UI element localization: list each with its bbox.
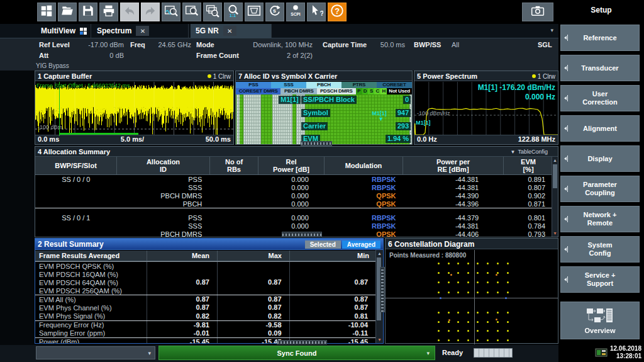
- tab-close-icon[interactable]: ✕: [136, 26, 149, 36]
- result-label-cell: Frequency Error (Hz): [35, 321, 147, 329]
- power-trace-legend[interactable]: 1 Clrw: [532, 73, 555, 80]
- softkey-parameter-coupling[interactable]: Parameter Coupling: [560, 176, 640, 202]
- allocation-summary-panel[interactable]: 4 Allocation Summary ▼TableConfig BWP/SF…: [35, 146, 558, 237]
- datetime-display[interactable]: 12.06.2018 13:28:01: [595, 345, 641, 360]
- tab-overflow-caret[interactable]: ▾: [550, 27, 553, 33]
- zoom-trace-button[interactable]: [162, 3, 180, 21]
- softkey-user-correction[interactable]: User Correction: [560, 85, 640, 111]
- column-header[interactable]: EVM [%]: [504, 157, 553, 174]
- capture-time-value[interactable]: 50.0 ms: [372, 41, 405, 48]
- svg-text:SCPI: SCPI: [291, 12, 301, 16]
- column-header[interactable]: Frame Results Averaged: [35, 251, 147, 261]
- scroll-up-icon[interactable]: ▲: [552, 157, 558, 163]
- constellation-point: [487, 281, 489, 283]
- allocation-summary-scrollbar[interactable]: ▲ ▼: [552, 157, 558, 237]
- column-header[interactable]: Modulation: [325, 157, 403, 174]
- allocation-table-row[interactable]: PBCH DMRS0.000QPSK-44.3900.902: [35, 191, 552, 200]
- allocation-table-row[interactable]: SS / 0 / 1PSS0.000RBPSK-44.3790.801: [35, 213, 552, 222]
- result-summary-panel[interactable]: 2 Result Summary Selected Averaged Frame…: [35, 238, 384, 344]
- multi-window-zoom-button[interactable]: [203, 3, 222, 21]
- pane-splitter-grip[interactable]: [282, 232, 322, 237]
- pane-splitter-grip[interactable]: [380, 267, 385, 312]
- view-tab-selected[interactable]: Selected: [305, 240, 341, 249]
- help-button[interactable]: ?: [328, 3, 347, 21]
- table-config-button[interactable]: ▼TableConfig: [511, 149, 548, 155]
- tab-close-icon[interactable]: ✕: [223, 26, 236, 36]
- allocation-table-row[interactable]: PBCH0.000QPSK-44.3960.871: [35, 200, 552, 208]
- marker-name: M1[1]: [279, 96, 301, 104]
- result-table-row[interactable]: EVM PDSCH 16QAM (%): [35, 270, 375, 278]
- bwp-ss-value[interactable]: All: [452, 41, 459, 48]
- column-header[interactable]: BWP/SF/Slot: [35, 157, 117, 174]
- zoom-window-button[interactable]: [182, 3, 201, 21]
- power-marker-label[interactable]: M1[1]: [416, 120, 431, 126]
- scroll-down-icon[interactable]: ▼: [552, 230, 558, 236]
- pane-splitter-grip[interactable]: [301, 141, 332, 146]
- frame-count-value[interactable]: 2 of 2(2): [250, 52, 313, 59]
- open-file-button[interactable]: [58, 3, 77, 21]
- allocation-table-row[interactable]: SS / 0 / 0PSS0.000RBPSK-44.3810.891: [35, 175, 552, 183]
- constellation-point: [497, 339, 499, 341]
- softkey-network-remote[interactable]: Network + Remote: [560, 206, 640, 232]
- capture-buffer-panel[interactable]: 1 Capture Buffer 1 Clrw Frame Start Offs…: [35, 71, 234, 145]
- column-header[interactable]: Power per RE [dBm]: [403, 157, 504, 174]
- constellation-plot[interactable]: Points Measured : 880800: [386, 250, 558, 343]
- result-table-row[interactable]: EVM PDSCH QPSK (%): [35, 262, 375, 270]
- result-table-row[interactable]: Frequency Error (Hz)-9.81-9.58-10.04: [35, 321, 375, 329]
- result-table-row[interactable]: EVM Phys Channel (%)0.870.870.87: [35, 303, 375, 312]
- column-header[interactable]: No of RBs: [210, 157, 258, 174]
- power-spectrum-panel[interactable]: 5 Power Spectrum 1 Clrw M1[1] -176.20 dB…: [414, 71, 558, 145]
- result-table-row[interactable]: EVM Phys Signal (%)0.820.820.81: [35, 312, 375, 320]
- capture-buffer-plot[interactable]: [35, 82, 233, 136]
- context-help-button[interactable]: ?: [307, 3, 326, 21]
- softkey-alignment[interactable]: Alignment: [560, 115, 640, 142]
- mode-value[interactable]: Downlink, 100 MHz: [225, 41, 313, 48]
- softkey-system-config[interactable]: System Config: [560, 236, 640, 263]
- tab-multiview[interactable]: MultiView: [36, 24, 91, 38]
- column-header[interactable]: Min: [290, 251, 377, 261]
- sweep-restart-button[interactable]: s: [265, 3, 284, 21]
- zoom-1-1-button[interactable]: 1:1: [224, 3, 243, 21]
- tab-spectrum[interactable]: Spectrum✕: [92, 24, 189, 38]
- column-header[interactable]: Max: [218, 251, 290, 261]
- freq-value[interactable]: 24.65 GHz: [150, 41, 191, 48]
- scrollbar-thumb[interactable]: [553, 164, 557, 188]
- result-table-row[interactable]: EVM PDSCH 64QAM (%)0.870.870.87: [35, 278, 375, 286]
- overview-button[interactable]: Overview: [560, 302, 640, 339]
- column-header[interactable]: Rel Power [dB]: [258, 157, 325, 174]
- softkey-transducer[interactable]: Transducer: [560, 55, 640, 81]
- print-button[interactable]: [99, 3, 118, 21]
- allocation-summary-title: 4 Allocation Summary: [38, 148, 110, 156]
- measurement-header-bar: Ref Level -17.00 dBm Freq 24.65 GHz Mode…: [0, 38, 558, 71]
- constellation-panel[interactable]: 6 Constellation Diagram Points Measured …: [385, 238, 558, 344]
- column-header[interactable]: Allocation ID: [117, 157, 210, 174]
- result-table-row[interactable]: EVM All (%)0.870.870.87: [35, 295, 375, 303]
- ref-level-label: Ref Level: [39, 41, 70, 48]
- view-tab-averaged[interactable]: Averaged: [342, 240, 380, 249]
- result-table-row[interactable]: Sampling Error (ppm)-0.010.09-0.11: [35, 329, 375, 337]
- constellation-point: [497, 281, 499, 283]
- save-file-button[interactable]: [79, 3, 97, 21]
- windows-logo-button[interactable]: [37, 3, 56, 21]
- ref-level-value[interactable]: -17.00 dBm: [80, 41, 124, 48]
- scroll-down-icon[interactable]: ▼: [376, 337, 383, 342]
- result-table-row[interactable]: EVM PDSCH 256QAM (%): [35, 286, 375, 295]
- result-max-cell: 0.87: [217, 278, 289, 286]
- softkey-display[interactable]: Display: [560, 145, 640, 172]
- tab-5g-nr[interactable]: 5G NR✕: [191, 24, 272, 38]
- pane-splitter-grip[interactable]: [277, 340, 327, 344]
- softkey-reference[interactable]: Reference: [560, 25, 640, 51]
- allocation-table-row[interactable]: SSS0.000RBPSK-44.3810.807: [35, 183, 552, 191]
- capture-trace-legend[interactable]: 1 Clrw: [208, 73, 231, 80]
- att-value[interactable]: 0 dB: [80, 52, 124, 59]
- display-frame-button[interactable]: [245, 3, 264, 21]
- sync-status-bar[interactable]: Sync Found ▾: [158, 346, 435, 360]
- message-selector-dropdown[interactable]: ▾: [36, 346, 155, 359]
- scpi-recorder-button[interactable]: SCPI: [286, 3, 305, 21]
- alloc-id-map-panel[interactable]: 7 Alloc ID vs Symbol X Carrier PSSSSSPBC…: [235, 71, 413, 145]
- scroll-up-icon[interactable]: ▲: [376, 251, 383, 256]
- screenshot-camera-button[interactable]: [522, 3, 553, 21]
- softkey-service-support[interactable]: Service + Support: [560, 266, 640, 293]
- column-header[interactable]: Mean: [147, 251, 218, 261]
- allocation-table-row[interactable]: SSS0.000RBPSK-44.3810.784: [35, 222, 552, 230]
